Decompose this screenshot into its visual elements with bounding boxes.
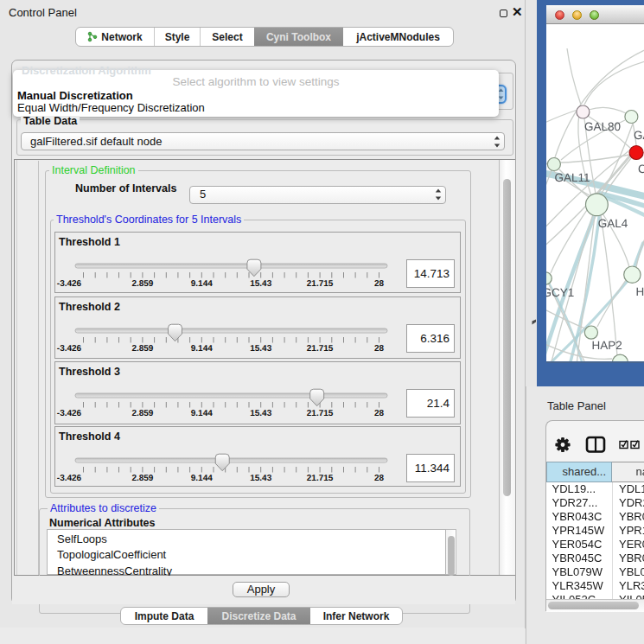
svg-text:9.144: 9.144 xyxy=(191,279,213,289)
svg-text:-3.426: -3.426 xyxy=(57,279,82,289)
svg-text:CDC2: CDC2 xyxy=(638,163,644,175)
svg-text:GCY1: GCY1 xyxy=(546,286,574,299)
svg-text:2.859: 2.859 xyxy=(131,409,153,418)
svg-text:28: 28 xyxy=(374,409,385,418)
svg-text:15.43: 15.43 xyxy=(250,344,271,354)
svg-text:-3.426: -3.426 xyxy=(57,344,82,354)
svg-text:21.715: 21.715 xyxy=(307,474,334,483)
svg-text:2.859: 2.859 xyxy=(131,279,153,289)
svg-text:21.715: 21.715 xyxy=(307,344,334,354)
svg-text:28: 28 xyxy=(374,279,385,289)
svg-text:HAP2: HAP2 xyxy=(592,339,622,352)
svg-text:9.144: 9.144 xyxy=(191,474,213,483)
svg-text:9.144: 9.144 xyxy=(191,409,213,418)
svg-text:GAL11: GAL11 xyxy=(555,171,590,184)
svg-text:HIS4: HIS4 xyxy=(636,285,644,298)
svg-text:21.715: 21.715 xyxy=(307,409,334,418)
svg-text:9.144: 9.144 xyxy=(191,344,213,354)
svg-text:15.43: 15.43 xyxy=(250,279,271,289)
svg-text:15.43: 15.43 xyxy=(250,409,271,418)
svg-text:GAL4: GAL4 xyxy=(598,217,628,230)
svg-text:15.43: 15.43 xyxy=(250,474,271,483)
svg-text:-3.426: -3.426 xyxy=(57,409,82,418)
svg-text:-3.426: -3.426 xyxy=(57,474,82,483)
svg-text:GAL1: GAL1 xyxy=(634,129,644,142)
svg-text:2.859: 2.859 xyxy=(131,474,153,483)
svg-text:28: 28 xyxy=(374,344,385,354)
svg-text:21.715: 21.715 xyxy=(307,279,334,289)
svg-text:2.859: 2.859 xyxy=(131,344,153,354)
svg-text:GAL80: GAL80 xyxy=(584,120,621,133)
svg-text:28: 28 xyxy=(374,474,385,483)
